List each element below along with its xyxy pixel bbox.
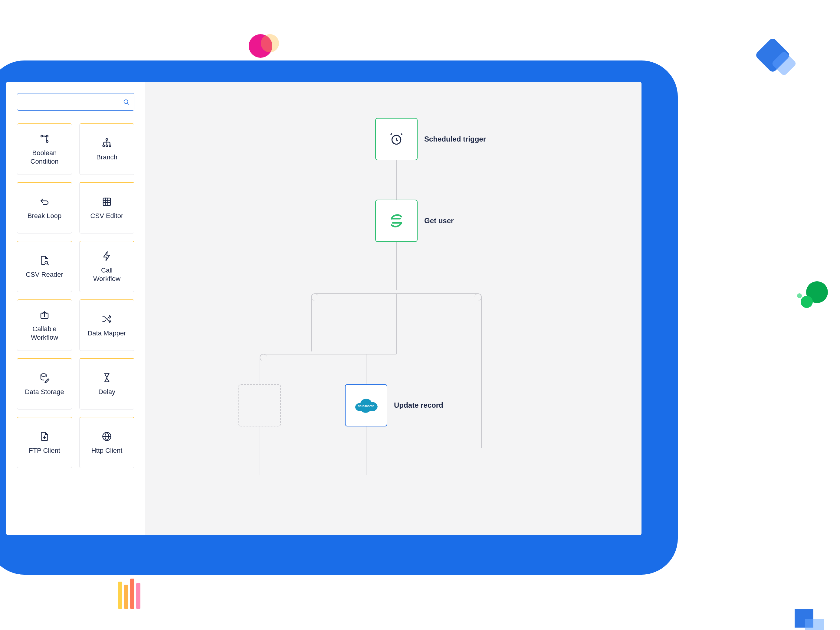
component-palette-sidebar: BooleanCondition Branch Break Loop CSV E… [6, 82, 145, 536]
workflow-drop-slot[interactable] [238, 384, 281, 427]
bolt-icon [101, 250, 112, 262]
search-icon [123, 99, 129, 105]
palette-item-http-client[interactable]: Http Client [79, 417, 134, 468]
palette-item-label: Delay [96, 388, 118, 396]
palette-item-label: CSV Reader [23, 270, 66, 279]
palette-item-data-mapper[interactable]: Data Mapper [79, 299, 134, 351]
palette-item-break-loop[interactable]: Break Loop [17, 182, 72, 233]
workflow-node-update-record[interactable]: salesforce Update record [345, 384, 387, 427]
globe-icon [101, 431, 112, 442]
connector [260, 427, 260, 475]
svg-line-1 [127, 103, 129, 105]
svg-line-15 [47, 264, 49, 265]
decoration-pink-overlay [261, 34, 279, 52]
doc-down-icon [39, 431, 50, 442]
palette-item-ftp-client[interactable]: FTP Client [17, 417, 72, 468]
palette-item-csv-editor[interactable]: CSV Editor [79, 182, 134, 233]
palette-item-label: FTP Client [26, 446, 63, 455]
node-label: Update record [394, 401, 443, 410]
palette-item-label: Data Storage [22, 388, 66, 396]
database-edit-icon [39, 372, 50, 384]
table-grid-icon [101, 196, 112, 208]
connector [366, 427, 366, 475]
workflow-node-get-user[interactable]: Get user [375, 200, 418, 242]
workflow-node-scheduled-trigger[interactable]: Scheduled trigger [375, 118, 418, 160]
palette-grid: BooleanCondition Branch Break Loop CSV E… [17, 123, 134, 468]
node-label: Scheduled trigger [424, 135, 486, 143]
segment-icon [388, 212, 405, 229]
hourglass-icon [101, 372, 112, 384]
connector [396, 293, 397, 354]
palette-item-label: Http Client [89, 446, 125, 455]
salesforce-icon: salesforce [353, 396, 379, 414]
palette-item-csv-reader[interactable]: CSV Reader [17, 241, 72, 292]
palette-item-label: CallableWorkflow [28, 325, 60, 342]
palette-item-label: CSV Editor [88, 212, 126, 220]
svg-point-4 [46, 141, 48, 142]
palette-item-branch[interactable]: Branch [79, 123, 134, 175]
branch-split-icon [39, 133, 50, 145]
shuffle-icon [101, 313, 112, 325]
svg-point-17 [41, 373, 46, 376]
palette-item-boolean-condition[interactable]: BooleanCondition [17, 123, 72, 175]
palette-item-data-storage[interactable]: Data Storage [17, 358, 72, 410]
return-arrow-icon [39, 196, 50, 208]
palette-item-label: Data Mapper [85, 329, 128, 337]
svg-rect-9 [103, 198, 111, 205]
app-window: BooleanCondition Branch Break Loop CSV E… [6, 82, 641, 536]
box-up-icon [39, 309, 50, 321]
connector-corner [260, 354, 267, 361]
connector [263, 354, 396, 354]
tree-icon [101, 137, 112, 149]
search-wrap [17, 93, 134, 111]
svg-point-0 [124, 100, 128, 104]
connector [396, 242, 397, 290]
connector [396, 160, 397, 200]
connector [481, 297, 482, 448]
palette-item-callable-workflow[interactable]: CallableWorkflow [17, 299, 72, 351]
connector [366, 354, 366, 384]
palette-item-delay[interactable]: Delay [79, 358, 134, 410]
connector-corner [474, 293, 482, 301]
palette-item-label: Break Loop [25, 212, 64, 220]
palette-item-label: Branch [94, 153, 120, 162]
connector [311, 297, 312, 351]
svg-text:salesforce: salesforce [358, 404, 374, 408]
palette-item-label: BooleanCondition [28, 149, 61, 165]
clock-icon [389, 132, 404, 147]
doc-search-icon [39, 255, 50, 266]
node-label: Get user [424, 217, 453, 225]
palette-item-call-workflow[interactable]: CallWorkflow [79, 241, 134, 292]
connector-corner [311, 293, 318, 301]
workflow-canvas[interactable]: Scheduled trigger Get user salesforce [145, 82, 641, 536]
search-input[interactable] [17, 93, 134, 111]
palette-item-label: CallWorkflow [91, 266, 123, 283]
connector [260, 358, 260, 384]
decoration-stripes [118, 581, 141, 609]
